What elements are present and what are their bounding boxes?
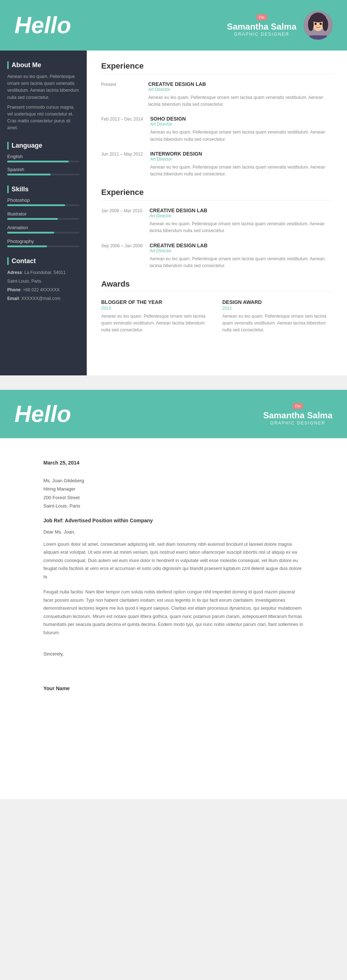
skill-photography-name: Photography [7,239,80,244]
contact-address: Adress: La Foundubar, 54011 [7,269,80,276]
phone-value: : +68 022 4XXXXXX [21,287,60,293]
recipient-address1: 200 Forest Street [43,493,304,502]
contact-title: Contact [7,257,80,265]
experience1-title: Experience [101,61,333,74]
skill-photoshop-bar-bg [7,204,80,206]
exp-role-1: Art Director [150,122,333,127]
skill-photoshop: Photoshop [7,197,80,206]
cl-recipient: Ms. Joan Gildeberg Hiring Manager 200 Fo… [43,476,304,511]
cl-paragraph2: Feugait nulla facilisi. Nam liber tempor… [43,588,304,637]
language-title: Language [7,142,80,150]
recipient-name: Ms. Joan Gildeberg [43,476,304,485]
exp2-company-0: CREATIVE DESIGN LAB [149,208,333,213]
exp2-desc-0: Aenean eu leo quam. Pellentesque ornare … [149,221,333,234]
recipient-role: Hiring Manager [43,485,304,493]
skill-animation-bar-fill [7,232,54,234]
right-content: Experience Present CREATIVE DESIGN LAB A… [87,51,347,375]
exp-body-2: INTERWORK DESIGN Art Director Aenean eu … [150,151,333,178]
page2-designer-title: GRAPHIC DESIGNER [263,420,333,426]
about-section: About Me Aenean eu leo quam. Pellentesqu… [7,61,80,132]
awards-section: Awards BLOGGER OF THE YEAR 2013 Aenean e… [101,279,333,334]
about-title: About Me [7,61,80,69]
exp-date-1: Feb 2013 – Dec 2014 [101,116,143,143]
cl-date: March 25, 2014 [43,460,304,466]
exp-entry-1: Feb 2013 – Dec 2014 SOHO DESIGN Art Dire… [101,116,333,143]
page2-im-badge: I'm [293,403,303,409]
cl-closing: Sincerely, [43,651,304,657]
page2-designer-name: Samantha Salma [263,410,333,420]
exp2-entry-0: Jan 2008 – Mar 2010 CREATIVE DESIGN LAB … [101,208,333,234]
skill-photoshop-bar-fill [7,204,65,206]
name-block: I'm Samantha Salma GRAPHIC DESIGNER [227,14,296,37]
address-value: : La Foundubar, 54011 [22,270,66,275]
awards-row: BLOGGER OF THE YEAR 2013 Aenean eu leo q… [101,299,333,334]
email-value: : XXXXXX@mail.com [19,296,60,301]
about-text2: Praesent commodo cursus magna, vel scele… [7,104,80,132]
exp2-date-0: Jan 2008 – Mar 2010 [101,208,142,234]
exp-role-0: Art Director [148,87,333,92]
lang-english-bar-fill [7,161,69,162]
skill-illustrator-bar-fill [7,218,58,220]
exp-role-2: Art Director [150,157,333,162]
exp-desc-1: Aenean eu leo quam. Pellentesque ornare … [150,129,333,143]
skill-animation-bar-bg [7,232,80,234]
lang-english: English [7,154,80,162]
award-col-1: DESIGN AWARD 2011 Aenean eu leo quam. Pe… [222,299,333,334]
phone-label: Phone [7,287,21,293]
skills-title: Skills [7,186,80,193]
award-year-0: 2013 [101,306,211,311]
skill-illustrator-bar-bg [7,218,80,220]
lang-spanish: Spanish [7,167,80,175]
page2-name-block: I'm Samantha Salma GRAPHIC DESIGNER [263,402,333,426]
cover-letter-body: March 25, 2014 Ms. Joan Gildeberg Hiring… [0,438,347,799]
svg-point-5 [310,14,326,22]
header-right: I'm Samantha Salma GRAPHIC DESIGNER [227,11,333,40]
about-text1: Aenean eu leo quam. Pellentesque ornare … [7,73,80,101]
page2-header-right: I'm Samantha Salma GRAPHIC DESIGNER [263,402,333,426]
exp-company-2: INTERWORK DESIGN [150,151,333,157]
main-content: About Me Aenean eu leo quam. Pellentesqu… [0,51,347,375]
exp-entry-2: Jun 2011 – May 2012 INTERWORK DESIGN Art… [101,151,333,178]
cl-jobref: Job Ref: Advertised Position within Comp… [43,518,304,523]
lang-spanish-bar-fill [7,173,51,175]
lang-english-bar-bg [7,161,80,162]
contact-email: Email: XXXXXX@mail.com [7,295,80,302]
experience2-title: Experience [101,188,333,200]
svg-point-7 [320,23,322,25]
skill-illustrator: Illustrator [7,211,80,220]
skill-photography-bar-bg [7,245,80,247]
award-col-0: BLOGGER OF THE YEAR 2013 Aenean eu leo q… [101,299,211,334]
exp2-body-1: CREATIVE DESIGN LAB Art Director Aenean … [150,243,333,269]
exp-date-2: Jun 2011 – May 2012 [101,151,143,178]
award-title-1: DESIGN AWARD [222,299,333,305]
cl-signature: Your Name [43,686,304,691]
lang-english-name: English [7,154,80,159]
exp2-body-0: CREATIVE DESIGN LAB Art Director Aenean … [149,208,333,234]
experience1-section: Experience Present CREATIVE DESIGN LAB A… [101,61,333,178]
page2-hello: Hello [14,401,71,427]
skill-photography-bar-fill [7,245,47,247]
award-desc-0: Aenean eu leo quam. Pellentesque ornare … [101,313,211,334]
page1-header: Hello I'm Samantha Salma GRAPHIC DESIGNE… [0,0,347,51]
exp2-date-1: Sep 2006 – Jan 2008 [101,243,142,269]
exp2-company-1: CREATIVE DESIGN LAB [150,243,333,248]
cl-salutation: Dear Ms. Joan, [43,529,304,535]
experience2-section: Experience Jan 2008 – Mar 2010 CREATIVE … [101,188,333,269]
avatar [304,11,333,40]
hello-text: Hello [14,12,71,39]
award-desc-1: Aenean eu leo quam. Pellentesque ornare … [222,313,333,334]
designer-name: Samantha Salma [227,22,296,32]
lang-spanish-name: Spanish [7,167,80,172]
skill-photoshop-name: Photoshop [7,197,80,203]
exp2-role-1: Art Director [150,248,333,253]
language-section: Language English Spanish [7,142,80,175]
exp-entry-0: Present CREATIVE DESIGN LAB Art Director… [101,81,333,108]
contact-phone: Phone: +68 022 4XXXXXX [7,286,80,293]
svg-rect-8 [309,35,327,40]
award-title-0: BLOGGER OF THE YEAR [101,299,211,305]
cl-paragraph1: Lorem ipsum dolor sit amet, consectetuer… [43,540,304,581]
skill-illustrator-name: Illustrator [7,211,80,216]
contact-section: Contact Adress: La Foundubar, 54011 Sain… [7,257,80,302]
avatar-image [304,11,333,40]
exp-desc-2: Aenean eu leo quam. Pellentesque ornare … [150,164,333,178]
